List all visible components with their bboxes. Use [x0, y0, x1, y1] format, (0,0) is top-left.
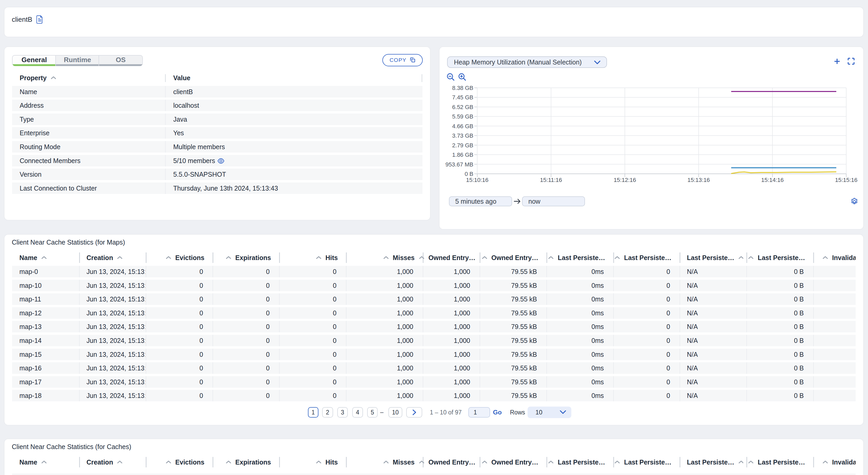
svg-text:4.66 GB: 4.66 GB	[452, 123, 473, 129]
svg-text:953.67 MB: 953.67 MB	[445, 161, 473, 168]
svg-text:1.86 GB: 1.86 GB	[452, 151, 473, 158]
svg-text:15:12:16: 15:12:16	[614, 177, 636, 183]
svg-text:8.38 GB: 8.38 GB	[452, 85, 473, 91]
svg-text:3.73 GB: 3.73 GB	[452, 132, 473, 139]
svg-text:15:13:16: 15:13:16	[687, 177, 710, 183]
svg-text:15:11:16: 15:11:16	[540, 177, 562, 183]
svg-text:0 B: 0 B	[465, 171, 473, 177]
svg-text:5.59 GB: 5.59 GB	[452, 113, 473, 120]
svg-text:6.52 GB: 6.52 GB	[452, 104, 473, 110]
svg-text:15:14:16: 15:14:16	[761, 177, 784, 183]
svg-text:2.79 GB: 2.79 GB	[452, 142, 473, 149]
svg-text:15:15:16: 15:15:16	[835, 177, 858, 183]
svg-text:15:10:16: 15:10:16	[466, 177, 489, 183]
svg-text:7.45 GB: 7.45 GB	[452, 94, 473, 101]
